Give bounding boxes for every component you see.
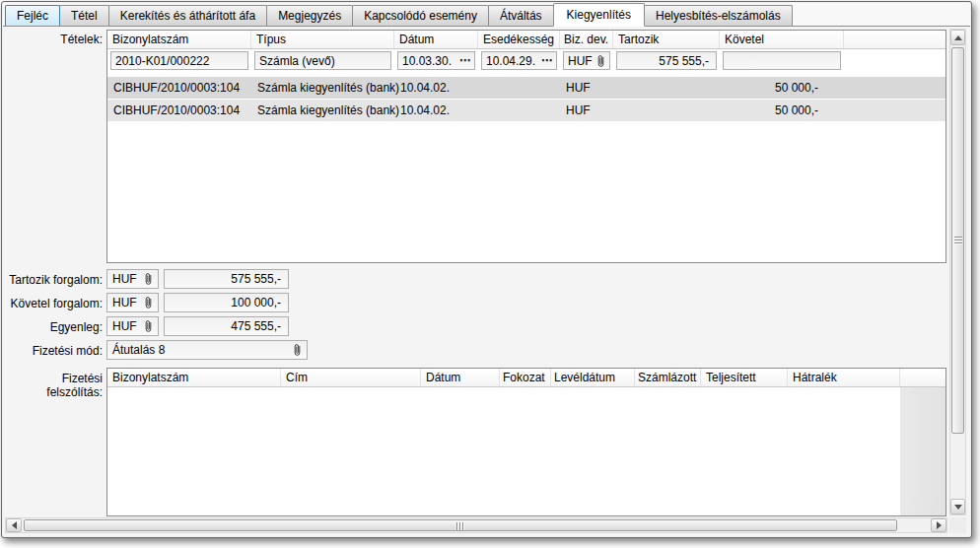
kovetel-field[interactable] bbox=[723, 51, 841, 70]
egyenleg-label: Egyenleg: bbox=[3, 320, 103, 334]
felszolitas-scroll-strip bbox=[900, 387, 945, 515]
paperclip-icon[interactable] bbox=[144, 296, 153, 309]
tab-page-kiegyenlites: Tételek: Bizonylatszám Típus Dátum Esedé… bbox=[3, 27, 970, 536]
currency-value: HUF bbox=[112, 319, 137, 333]
screen: Fejléc Tétel Kerekítés és áthárított áfa… bbox=[0, 0, 980, 548]
cell-bizonylatszam: CIBHUF/2010/0003:104 bbox=[107, 100, 251, 121]
egyenleg-amount-field[interactable]: 475 555,- bbox=[164, 316, 289, 336]
thumb-grip bbox=[456, 522, 464, 530]
col-szamlazott[interactable]: Számlázott bbox=[635, 369, 701, 386]
esedekesseg-picker-button[interactable]: ⋯ bbox=[537, 52, 552, 69]
tab-fejlec[interactable]: Fejléc bbox=[5, 5, 60, 26]
cell-kovetel: 50 000,- bbox=[720, 100, 844, 121]
tartozik-value: 575 555,- bbox=[659, 54, 709, 68]
up-arrow-icon bbox=[954, 35, 962, 40]
tipus-field[interactable]: Számla (vevő) bbox=[254, 51, 391, 70]
col-fokozat[interactable]: Fokozat bbox=[500, 369, 551, 386]
tetelek-row[interactable]: CIBHUF/2010/0003:104 Számla kiegyenlítés… bbox=[107, 100, 945, 121]
cell-tipus: Számla kiegyenlítés (bank) bbox=[251, 100, 394, 121]
currency-value: HUF bbox=[112, 272, 137, 286]
tipus-value: Számla (vevő) bbox=[259, 54, 335, 68]
col-esedekesseg[interactable]: Esedékesség bbox=[478, 31, 560, 48]
tab-megjegyzes[interactable]: Megjegyzés bbox=[266, 5, 353, 26]
paperclip-icon[interactable] bbox=[144, 319, 153, 333]
col-leveldatum[interactable]: Levéldátum bbox=[551, 369, 635, 386]
col-empty bbox=[900, 369, 945, 386]
tetelek-grid: Bizonylatszám Típus Dátum Esedékesség Bi… bbox=[106, 30, 946, 263]
paperclip-icon[interactable] bbox=[596, 54, 605, 68]
tetelek-grid-header: Bizonylatszám Típus Dátum Esedékesség Bi… bbox=[107, 31, 945, 49]
tartozik-forgalom-currency-field[interactable]: HUF bbox=[106, 269, 159, 289]
left-arrow-icon bbox=[12, 521, 17, 529]
egyenleg-currency-field[interactable]: HUF bbox=[106, 316, 159, 336]
kovetel-forgalom-label: Követel forgalom: bbox=[3, 297, 103, 310]
amount-value: 475 555,- bbox=[231, 319, 281, 333]
paperclip-icon[interactable] bbox=[144, 272, 153, 286]
col-tipus[interactable]: Típus bbox=[251, 31, 394, 48]
tetelek-row[interactable]: CIBHUF/2010/0003:104 Számla kiegyenlítés… bbox=[107, 77, 945, 99]
col-bizonylatszam[interactable]: Bizonylatszám bbox=[107, 369, 281, 386]
horizontal-scrollbar-thumb[interactable] bbox=[24, 519, 897, 531]
bizonylatszam-field[interactable]: 2010-K01/000222 bbox=[110, 51, 248, 70]
vertical-scrollbar[interactable] bbox=[949, 29, 966, 515]
col-cim[interactable]: Cím bbox=[281, 369, 421, 386]
cell-tartozik bbox=[613, 77, 720, 99]
paperclip-icon[interactable] bbox=[293, 343, 302, 357]
bizdev-field[interactable]: HUF bbox=[563, 51, 610, 70]
felszolitas-label: Fizetési felszólítás: bbox=[3, 372, 103, 399]
cell-bizdev: HUF bbox=[560, 100, 613, 121]
fizetesi-mod-value: Átutalás 8 bbox=[112, 343, 165, 357]
tab-kapcsolodo-esemeny[interactable]: Kapcsolódó esemény bbox=[352, 5, 489, 26]
cell-tartozik bbox=[613, 100, 720, 121]
tartozik-forgalom-amount-field[interactable]: 575 555,- bbox=[164, 269, 289, 289]
kovetel-forgalom-currency-field[interactable]: HUF bbox=[106, 293, 159, 312]
tartozik-field[interactable]: 575 555,- bbox=[616, 51, 717, 70]
amount-value: 575 555,- bbox=[231, 272, 281, 286]
scroll-up-button[interactable] bbox=[950, 30, 965, 45]
col-kovetel[interactable]: Követel bbox=[720, 31, 844, 48]
fizetesi-mod-field[interactable]: Átutalás 8 bbox=[106, 340, 308, 360]
fizetesi-mod-label: Fizetési mód: bbox=[3, 344, 103, 358]
kovetel-forgalom-amount-field[interactable]: 100 000,- bbox=[164, 293, 289, 312]
amount-value: 100 000,- bbox=[231, 296, 281, 309]
esedekesseg-value: 10.04.29. bbox=[486, 54, 535, 68]
horizontal-scrollbar[interactable] bbox=[5, 517, 947, 533]
currency-value: HUF bbox=[112, 296, 137, 309]
tab-tetel[interactable]: Tétel bbox=[59, 5, 109, 26]
bizonylatszam-value: 2010-K01/000222 bbox=[115, 54, 209, 68]
cell-tipus: Számla kiegyenlítés (bank) bbox=[251, 77, 394, 99]
col-tartozik[interactable]: Tartozik bbox=[613, 31, 720, 48]
datum-field[interactable]: 10.03.30.⋯ bbox=[397, 51, 475, 70]
vertical-scrollbar-thumb[interactable] bbox=[951, 47, 964, 434]
down-arrow-icon bbox=[954, 505, 962, 510]
col-bizonylatszam[interactable]: Bizonylatszám bbox=[107, 31, 251, 48]
cell-esedekesseg bbox=[478, 100, 560, 121]
datum-picker-button[interactable]: ⋯ bbox=[455, 52, 470, 69]
scrollbar-corner bbox=[949, 517, 966, 533]
scroll-left-button[interactable] bbox=[6, 518, 22, 532]
col-datum[interactable]: Dátum bbox=[421, 369, 500, 386]
esedekesseg-field[interactable]: 10.04.29.⋯ bbox=[481, 51, 557, 70]
col-hatralek[interactable]: Hátralék bbox=[788, 369, 900, 386]
col-teljesitett[interactable]: Teljesített bbox=[701, 369, 788, 386]
thumb-grip bbox=[954, 237, 962, 244]
col-biz-dev[interactable]: Biz. dev. bbox=[560, 31, 613, 48]
app-window: Fejléc Tétel Kerekítés és áthárított áfa… bbox=[1, 1, 972, 538]
cell-bizonylatszam: CIBHUF/2010/0003:104 bbox=[107, 77, 251, 99]
tab-kiegyenlites[interactable]: Kiegyenlítés bbox=[553, 3, 645, 27]
felszolitas-grid-header: Bizonylatszám Cím Dátum Fokozat Levéldát… bbox=[107, 369, 945, 387]
tartozik-forgalom-label: Tartozik forgalom: bbox=[3, 273, 103, 287]
felszolitas-grid: Bizonylatszám Cím Dátum Fokozat Levéldát… bbox=[106, 368, 946, 516]
scroll-down-button[interactable] bbox=[950, 499, 965, 514]
right-arrow-icon bbox=[937, 521, 942, 529]
tab-kerekites[interactable]: Kerekítés és áthárított áfa bbox=[108, 5, 267, 26]
tab-atvaltas[interactable]: Átváltás bbox=[488, 5, 554, 26]
cell-kovetel: 50 000,- bbox=[720, 77, 844, 99]
tetelek-label: Tételek: bbox=[3, 33, 103, 46]
cell-empty bbox=[844, 100, 945, 121]
cell-bizdev: HUF bbox=[560, 77, 613, 99]
col-datum[interactable]: Dátum bbox=[394, 31, 478, 48]
tab-helyesbites[interactable]: Helyesbítés-elszámolás bbox=[644, 5, 793, 26]
scroll-right-button[interactable] bbox=[931, 518, 946, 532]
cell-esedekesseg bbox=[478, 77, 560, 99]
